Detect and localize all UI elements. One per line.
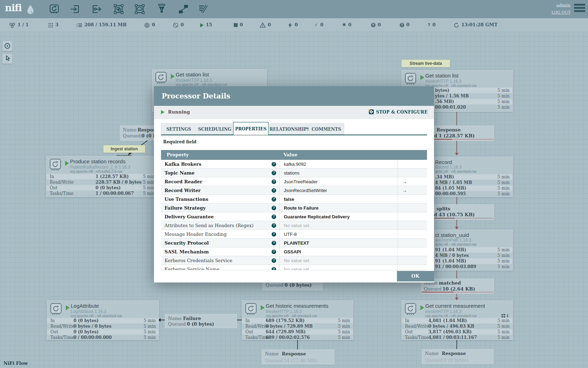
processor-type-icon <box>50 303 63 317</box>
tasks-grid-icon <box>502 314 505 318</box>
help-icon[interactable]: ? <box>272 241 276 245</box>
processor-type-icon <box>405 303 417 317</box>
transmitting-status: 0 <box>144 18 155 32</box>
nifi-logo: nifi <box>5 2 22 13</box>
running-icon <box>65 161 69 166</box>
locally-modified-stale-status: !0 <box>400 18 410 32</box>
help-icon[interactable]: ? <box>272 206 276 210</box>
locally-modified-stale-icon: ! <box>400 23 404 27</box>
nifi-drop-logo-icon <box>25 4 36 15</box>
dialog-status-row: Running STOP & CONFIGURE <box>154 106 434 119</box>
tabs-underline <box>161 135 427 135</box>
running-icon <box>66 305 70 310</box>
queued-icon <box>76 23 82 28</box>
help-icon[interactable]: ? <box>272 162 276 166</box>
cluster-icon <box>9 22 15 28</box>
table-row: Message Header Encoding? UTF-8 <box>161 230 427 239</box>
connection-label-failure[interactable]: NameFailure Queued0 (0 bytes) <box>165 314 237 328</box>
connection-label-response-bottom-mid[interactable]: NameResponse Queued54 (77.46 MB) <box>262 349 334 364</box>
breadcrumb[interactable]: NiFi Flow <box>4 361 28 366</box>
status-bar: 1 / 1 3 208 / 159.11 MB 0 0 15 0 0 0 ✓0 … <box>0 18 588 32</box>
running-icon <box>261 305 265 310</box>
tab-properties[interactable]: PROPERTIES <box>233 122 268 135</box>
connection-label-response-bottom-right[interactable]: NameResponse Queued0 (0 bytes) <box>422 349 493 364</box>
input-port-icon[interactable] <box>69 4 80 15</box>
help-icon[interactable]: ? <box>272 197 276 202</box>
disabled-status: 0 <box>288 18 298 32</box>
dialog-title: Processor Details <box>162 86 230 106</box>
processor-get-historic-measurements[interactable]: Get historic measurements InvokeHTTP 1.1… <box>242 300 353 340</box>
refresh-status[interactable]: 13:01:28 GMT <box>454 18 498 32</box>
running-icon <box>161 110 164 114</box>
hand-pointer-icon <box>4 55 11 62</box>
table-row: Topic Name? stations <box>161 169 427 177</box>
birdseye-toggle-button[interactable] <box>2 41 13 51</box>
table-row: Kerberos Credentials Service? No value s… <box>161 256 427 265</box>
running-icon <box>420 305 424 310</box>
current-user: admin <box>556 3 570 8</box>
logout-link[interactable]: LOG OUT <box>552 10 570 15</box>
processor-type-icon <box>405 73 417 87</box>
processor-get-current-measurement[interactable]: Get current measurement InvokeHTTP 1.16.… <box>401 300 513 340</box>
cluster-status: 1 / 1 <box>9 18 29 32</box>
refresh-icon[interactable] <box>454 22 459 28</box>
table-row: Kafka Brokers? kafka:9092 <box>161 160 427 169</box>
table-row: Record Reader? JsonTreeReader → <box>161 177 427 186</box>
tab-scheduling[interactable]: SCHEDULING <box>197 123 232 135</box>
output-port-icon[interactable] <box>91 4 103 15</box>
help-icon[interactable]: ? <box>272 188 276 193</box>
global-menu-button[interactable] <box>574 4 585 13</box>
canvas-label-ingest-station-records[interactable]: Ingest station records <box>103 145 145 153</box>
disabled-icon <box>288 22 293 28</box>
help-icon[interactable]: ? <box>272 223 276 228</box>
locally-modified-status: ✱0 <box>342 18 351 32</box>
table-row: Use Transactions? false <box>161 195 427 204</box>
process-group-icon[interactable] <box>113 4 124 15</box>
running-status: 15 <box>200 18 212 32</box>
canvas-label-stream-live-data[interactable]: Stream live-data <box>401 60 450 67</box>
properties-table-header: Property Value <box>161 150 427 160</box>
stop-and-configure-button[interactable]: STOP & CONFIGURE <box>369 106 428 118</box>
up-to-date-status: ✓0 <box>314 18 323 32</box>
queued-status: 208 / 159.11 MB <box>76 18 127 32</box>
not-transmitting-icon <box>173 22 178 28</box>
table-row: Kerberos Service Name? No value set <box>161 265 427 270</box>
running-icon <box>200 23 204 27</box>
run-status: Running <box>168 106 190 118</box>
processor-icon[interactable] <box>49 4 60 15</box>
help-icon[interactable]: ? <box>272 250 276 254</box>
table-row: Attributes to Send as Headers (Regex)? N… <box>161 221 427 230</box>
table-row: Security Protocol? PLAINTEXT <box>161 239 427 247</box>
ok-button[interactable]: OK <box>397 271 434 281</box>
connection-line <box>456 140 457 153</box>
help-icon[interactable]: ? <box>272 214 276 219</box>
help-icon[interactable]: ? <box>272 267 276 270</box>
locally-modified-icon: ✱ <box>342 18 346 32</box>
tab-relationships[interactable]: RELATIONSHIPS <box>269 123 308 135</box>
table-row: SASL Mechanism? GSSAPI <box>161 247 427 256</box>
invalid-icon <box>260 22 266 28</box>
value-column-header: Value <box>279 150 398 160</box>
app-header: nifi <box>0 0 588 18</box>
help-icon[interactable]: ? <box>272 179 276 184</box>
template-icon[interactable] <box>178 4 189 15</box>
processor-produce-station-records[interactable]: Produce station records PublishKafkaReco… <box>46 156 158 197</box>
tab-comments[interactable]: COMMENTS <box>309 123 344 135</box>
label-icon[interactable] <box>198 4 209 15</box>
remote-process-group-icon[interactable] <box>134 4 145 15</box>
help-icon[interactable]: ? <box>272 232 276 237</box>
processor-details-dialog: Processor Details Running STOP & CONFIGU… <box>154 86 434 282</box>
pan-tool-button[interactable] <box>2 53 13 64</box>
help-icon[interactable]: ? <box>272 171 276 175</box>
go-to-service-icon[interactable]: → <box>402 188 407 193</box>
tab-settings[interactable]: SETTINGS <box>161 123 196 135</box>
go-to-service-icon[interactable]: → <box>402 179 407 184</box>
processor-type-icon <box>49 158 62 172</box>
processor-log-attribute[interactable]: LogAttribute LogAttribute 1.16.3 org.apa… <box>47 300 159 340</box>
running-icon <box>420 75 424 80</box>
funnel-icon[interactable] <box>156 4 167 15</box>
connection-line <box>456 339 457 349</box>
help-icon[interactable]: ? <box>272 258 276 263</box>
not-transmitting-status: 0 <box>173 18 184 32</box>
sync-failure-icon: ? <box>428 18 430 32</box>
